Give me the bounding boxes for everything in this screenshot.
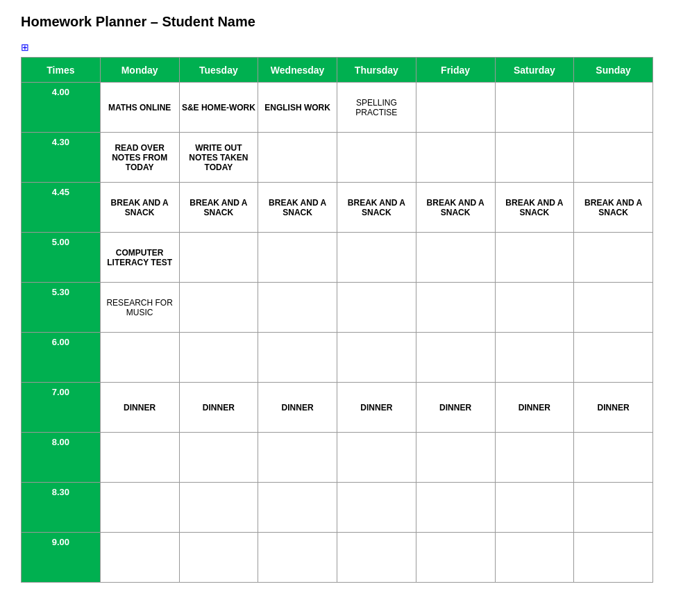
header-sunday: Sunday xyxy=(574,58,653,83)
data-cell xyxy=(337,233,416,283)
data-cell xyxy=(337,483,416,533)
data-cell xyxy=(574,533,653,583)
data-cell xyxy=(258,283,337,333)
data-cell xyxy=(337,133,416,183)
data-cell: DINNER xyxy=(258,383,337,433)
table-row: 4.00MATHS ONLINES&E HOME-WORKENGLISH WOR… xyxy=(22,83,653,133)
data-cell xyxy=(337,533,416,583)
data-cell xyxy=(258,533,337,583)
planner-table: TimesMondayTuesdayWednesdayThursdayFrida… xyxy=(21,57,653,583)
data-cell xyxy=(179,433,258,483)
data-cell xyxy=(100,483,179,533)
time-cell: 7.00 xyxy=(22,383,101,433)
header-saturday: Saturday xyxy=(495,58,574,83)
data-cell: DINNER xyxy=(179,383,258,433)
data-cell: S&E HOME-WORK xyxy=(179,83,258,133)
data-cell xyxy=(258,233,337,283)
data-cell xyxy=(495,83,574,133)
data-cell xyxy=(179,333,258,383)
time-cell: 9.00 xyxy=(22,533,101,583)
header-wednesday: Wednesday xyxy=(258,58,337,83)
data-cell: DINNER xyxy=(574,383,653,433)
data-cell xyxy=(416,533,495,583)
data-cell xyxy=(258,133,337,183)
data-cell xyxy=(574,83,653,133)
data-cell: WRITE OUT NOTES TAKEN TODAY xyxy=(179,133,258,183)
data-cell: DINNER xyxy=(100,383,179,433)
data-cell xyxy=(100,533,179,583)
page-title: Homework Planner – Student Name xyxy=(21,14,653,30)
table-row: 8.00 xyxy=(22,433,653,483)
table-row: 8.30 xyxy=(22,483,653,533)
data-cell: BREAK AND A SNACK xyxy=(574,183,653,233)
data-cell xyxy=(416,483,495,533)
table-row: 6.00 xyxy=(22,333,653,383)
data-cell: DINNER xyxy=(416,383,495,433)
time-cell: 6.00 xyxy=(22,333,101,383)
expand-icon[interactable]: ⊞ xyxy=(21,42,29,53)
data-cell xyxy=(258,333,337,383)
header-row: TimesMondayTuesdayWednesdayThursdayFrida… xyxy=(22,58,653,83)
table-row: 5.30RESEARCH FOR MUSIC xyxy=(22,283,653,333)
data-cell xyxy=(258,433,337,483)
data-cell: BREAK AND A SNACK xyxy=(416,183,495,233)
data-cell xyxy=(574,283,653,333)
data-cell xyxy=(574,233,653,283)
header-friday: Friday xyxy=(416,58,495,83)
time-cell: 4.00 xyxy=(22,83,101,133)
data-cell xyxy=(100,333,179,383)
data-cell xyxy=(100,433,179,483)
data-cell xyxy=(574,133,653,183)
data-cell: BREAK AND A SNACK xyxy=(179,183,258,233)
table-row: 4.30READ OVER NOTES FROM TODAYWRITE OUT … xyxy=(22,133,653,183)
data-cell: BREAK AND A SNACK xyxy=(337,183,416,233)
data-cell: COMPUTER LITERACY TEST xyxy=(100,233,179,283)
data-cell xyxy=(258,483,337,533)
data-cell: DINNER xyxy=(495,383,574,433)
data-cell xyxy=(495,483,574,533)
time-cell: 5.00 xyxy=(22,233,101,283)
header-monday: Monday xyxy=(100,58,179,83)
data-cell xyxy=(416,233,495,283)
data-cell xyxy=(179,283,258,333)
header-thursday: Thursday xyxy=(337,58,416,83)
table-row: 9.00 xyxy=(22,533,653,583)
data-cell xyxy=(495,433,574,483)
data-cell xyxy=(179,533,258,583)
data-cell: BREAK AND A SNACK xyxy=(100,183,179,233)
data-cell xyxy=(495,533,574,583)
data-cell: ENGLISH WORK xyxy=(258,83,337,133)
table-row: 7.00DINNERDINNERDINNERDINNERDINNERDINNER… xyxy=(22,383,653,433)
data-cell xyxy=(416,333,495,383)
data-cell xyxy=(337,333,416,383)
time-cell: 8.00 xyxy=(22,433,101,483)
data-cell xyxy=(416,433,495,483)
data-cell xyxy=(495,333,574,383)
data-cell xyxy=(416,83,495,133)
data-cell: RESEARCH FOR MUSIC xyxy=(100,283,179,333)
time-cell: 8.30 xyxy=(22,483,101,533)
data-cell: DINNER xyxy=(337,383,416,433)
data-cell xyxy=(495,283,574,333)
data-cell xyxy=(495,133,574,183)
data-cell xyxy=(416,133,495,183)
data-cell: BREAK AND A SNACK xyxy=(495,183,574,233)
data-cell xyxy=(179,483,258,533)
table-row: 4.45BREAK AND A SNACKBREAK AND A SNACKBR… xyxy=(22,183,653,233)
time-cell: 4.45 xyxy=(22,183,101,233)
data-cell xyxy=(416,283,495,333)
header-times: Times xyxy=(22,58,101,83)
data-cell: MATHS ONLINE xyxy=(100,83,179,133)
data-cell xyxy=(179,233,258,283)
header-tuesday: Tuesday xyxy=(179,58,258,83)
data-cell: SPELLING PRACTISE xyxy=(337,83,416,133)
data-cell: BREAK AND A SNACK xyxy=(258,183,337,233)
table-row: 5.00COMPUTER LITERACY TEST xyxy=(22,233,653,283)
data-cell: READ OVER NOTES FROM TODAY xyxy=(100,133,179,183)
data-cell xyxy=(574,333,653,383)
data-cell xyxy=(337,283,416,333)
data-cell xyxy=(574,483,653,533)
data-cell xyxy=(495,233,574,283)
time-cell: 4.30 xyxy=(22,133,101,183)
time-cell: 5.30 xyxy=(22,283,101,333)
